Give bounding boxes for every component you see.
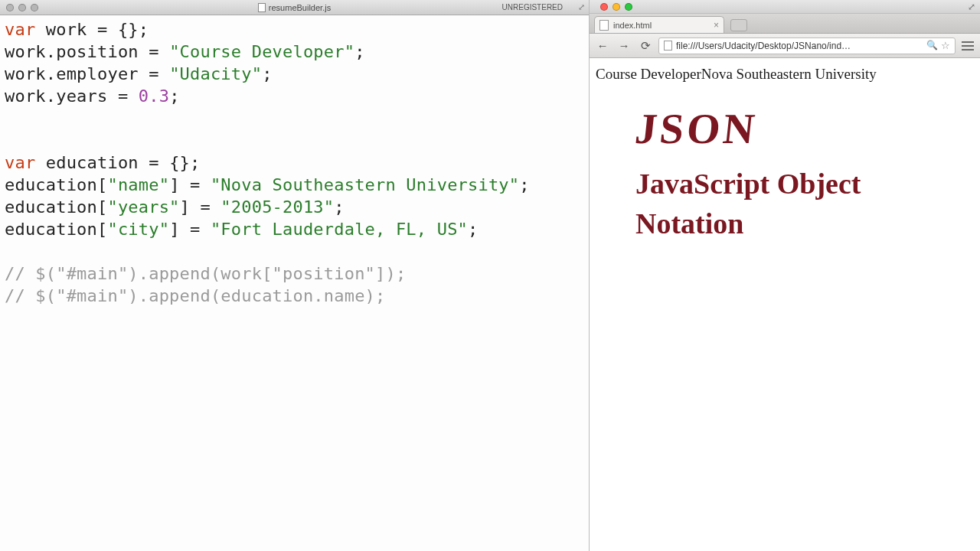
back-button[interactable]: ←: [594, 37, 611, 54]
browser-titlebar[interactable]: ⤢: [590, 0, 980, 14]
editor-title: resumeBuilder.js: [0, 3, 589, 12]
zoom-icon[interactable]: [625, 3, 632, 11]
handwriting-line-1: JSON: [633, 104, 864, 153]
document-icon: [258, 3, 266, 12]
browser-toolbar: ← → ⟳ file:///Users/Udacity/Desktop/JSNa…: [590, 34, 980, 58]
omnibox-actions: 🔍 ☆: [926, 40, 950, 51]
browser-traffic-lights: [594, 3, 632, 11]
close-icon[interactable]: [600, 3, 608, 11]
browser-viewport[interactable]: Course DeveloperNova Southeastern Univer…: [590, 58, 980, 551]
code-area[interactable]: var work = {}; work.position = "Course D…: [5, 18, 530, 548]
minimize-icon[interactable]: [18, 4, 26, 11]
new-tab-button[interactable]: [730, 19, 747, 31]
editor-titlebar[interactable]: resumeBuilder.js UNREGISTERED ⤢: [0, 0, 589, 15]
bookmark-icon[interactable]: ☆: [941, 40, 950, 51]
browser-window: ⤢ index.html × ← → ⟳ file:///Users/Udaci…: [590, 0, 980, 551]
handwriting-line-2: JavaScript Object: [635, 167, 861, 201]
editor-window: resumeBuilder.js UNREGISTERED ⤢ var work…: [0, 0, 590, 551]
close-tab-icon[interactable]: ×: [714, 20, 719, 31]
tab-strip[interactable]: index.html ×: [590, 14, 980, 34]
forward-button[interactable]: →: [616, 37, 632, 54]
search-icon[interactable]: 🔍: [926, 40, 938, 51]
tab-title: index.html: [613, 21, 652, 30]
handwriting-annotation: JSON JavaScript Object Notation: [635, 104, 861, 240]
maximize-icon[interactable]: ⤢: [968, 2, 975, 12]
close-icon[interactable]: [6, 4, 14, 11]
editor-filename: resumeBuilder.js: [269, 3, 331, 12]
handwriting-line-3: Notation: [635, 207, 861, 240]
browser-tab[interactable]: index.html ×: [594, 16, 724, 33]
editor-traffic-lights: [0, 4, 38, 11]
address-bar[interactable]: file:///Users/Udacity/Desktop/JSNano/ind…: [658, 37, 956, 54]
editor-status: UNREGISTERED: [502, 3, 575, 11]
reload-button[interactable]: ⟳: [637, 37, 654, 54]
menu-button[interactable]: [960, 38, 975, 54]
editor-body[interactable]: var work = {}; work.position = "Course D…: [0, 15, 589, 551]
zoom-icon[interactable]: [31, 4, 38, 11]
minimize-icon[interactable]: [612, 3, 620, 11]
page-text: Course DeveloperNova Southeastern Univer…: [596, 66, 974, 83]
page-icon: [664, 41, 672, 51]
url-text: file:///Users/Udacity/Desktop/JSNano/ind…: [676, 41, 851, 51]
page-icon: [599, 20, 609, 31]
maximize-icon[interactable]: ⤢: [578, 2, 589, 13]
